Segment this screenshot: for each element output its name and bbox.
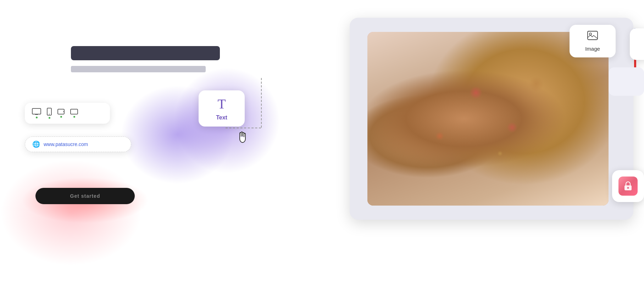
connector-line-horizontal [226,128,261,128]
lock-badge [612,170,644,202]
desktop-dot [36,117,38,118]
url-widget[interactable]: 🌐 www.patasucre.com [25,136,131,152]
mobile-device-icon[interactable] [47,108,52,119]
subtitle-bar [71,66,206,72]
tablet-dot [60,116,62,118]
tablet-landscape-icon[interactable] [70,109,78,118]
pastry-background [367,32,609,206]
scene: 🌐 www.patasucre.com Get started T Text [0,0,644,291]
svg-rect-9 [588,31,598,40]
connector-line-vertical [261,78,262,128]
tablet-landscape-dot [73,116,75,118]
small-float-card [609,67,644,96]
dark-button-widget[interactable]: Get started [35,188,135,204]
globe-icon: 🌐 [32,140,40,148]
svg-point-3 [49,114,50,114]
pink-glow-left [0,160,142,266]
browser-frame: Image Button [350,18,633,220]
dark-button-label: Get started [70,193,100,199]
image-icon [587,30,598,43]
tablet-device-icon[interactable] [57,109,65,118]
url-text: www.patasucre.com [44,141,88,147]
image-card-label: Image [585,46,600,52]
svg-point-10 [589,33,592,35]
hand-cursor-icon [238,130,249,146]
device-selector-widget[interactable] [25,103,110,124]
pastry-overlay [367,32,609,206]
desktop-device-icon[interactable] [32,108,41,118]
mobile-dot [49,117,50,119]
image-element-card[interactable]: Image [570,25,616,57]
title-area [71,46,223,72]
svg-rect-0 [32,108,41,114]
text-icon: T [217,96,226,112]
svg-point-8 [627,187,629,189]
title-bar [71,46,220,60]
svg-rect-6 [71,109,78,114]
text-element-card[interactable]: T Text [199,90,245,127]
food-image [367,32,609,206]
svg-point-5 [63,111,64,112]
text-card-label: Text [216,114,227,121]
button-element-card[interactable]: Button [630,28,644,60]
lock-icon [618,177,638,196]
